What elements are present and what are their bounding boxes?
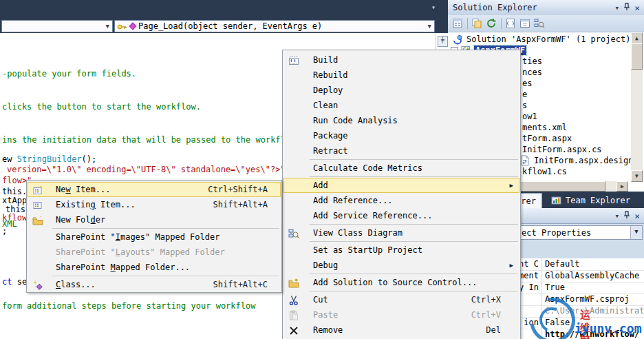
view-designer-icon[interactable] bbox=[518, 17, 532, 30]
editor-splitter-handle[interactable]: ╪ bbox=[438, 36, 448, 47]
tree-item[interactable]: e bbox=[521, 89, 528, 100]
add-submenu-item-sharepoint-images-mapped-folder[interactable]: SharePoint "Images" Mapped Folder bbox=[28, 229, 281, 245]
tree-item[interactable]: tForm.aspx bbox=[521, 133, 573, 144]
context-menu-item-add[interactable]: Add▶ bbox=[283, 178, 519, 193]
context-menu-item-rebuild[interactable]: Rebuild bbox=[283, 68, 519, 83]
tree-item[interactable]: InitForm.aspx.cs bbox=[521, 144, 603, 155]
context-menu-item-add-service-reference[interactable]: Add Service Reference... bbox=[283, 208, 519, 223]
view-code-icon[interactable] bbox=[504, 17, 517, 30]
property-value[interactable]: http://winworkflow/ bbox=[542, 329, 644, 339]
add-source-control-icon bbox=[288, 277, 299, 289]
key-icon bbox=[116, 21, 127, 32]
property-value[interactable]: Default bbox=[542, 258, 644, 270]
chevron-down-icon[interactable]: ▼ bbox=[103, 23, 112, 30]
refresh-icon[interactable] bbox=[484, 17, 498, 30]
tree-item[interactable]: kflow1.cs bbox=[521, 166, 568, 177]
tree-item[interactable]: ments.xml bbox=[521, 122, 568, 133]
visual-studio-window: ▾ ▼ Page_Load(object sender, EventArgs e… bbox=[0, 0, 644, 339]
context-menu-item-cut[interactable]: CutCtrl+X bbox=[283, 292, 519, 307]
tree-item[interactable]: es bbox=[521, 78, 533, 89]
context-menu-item-run-code-analysis[interactable]: Run Code Analysis bbox=[283, 113, 519, 128]
code-line: -populate your form fields. bbox=[2, 69, 136, 79]
paste-icon bbox=[288, 309, 299, 321]
context-menu-item-deploy[interactable]: Deploy bbox=[283, 83, 519, 98]
context-menu-item-retract[interactable]: Retract bbox=[283, 143, 519, 158]
toolbar-separator bbox=[467, 18, 468, 29]
team-explorer-icon bbox=[551, 195, 562, 206]
tree-item[interactable]: ow1 bbox=[521, 111, 539, 122]
code-segment: form additional steps before starting yo… bbox=[2, 301, 255, 311]
menu-item-label: Rebuild bbox=[313, 70, 348, 80]
menu-item-label: Calculate Code Metrics bbox=[313, 163, 422, 173]
pin-icon[interactable] bbox=[623, 3, 630, 12]
window-position-icon[interactable]: ▾ bbox=[615, 4, 620, 12]
chevron-down-icon[interactable]: ▼ bbox=[630, 226, 642, 239]
add-submenu-item-class[interactable]: Class...Shift+Alt+C bbox=[28, 277, 281, 292]
property-value[interactable]: False bbox=[542, 317, 644, 329]
menu-item-label: Paste bbox=[313, 310, 338, 320]
menu-separator bbox=[310, 241, 518, 242]
scrollbar-thumb[interactable] bbox=[631, 43, 643, 70]
context-menu-item-set-as-startup-project[interactable]: Set as StartUp Project bbox=[283, 243, 519, 258]
menu-item-label: View Class Diagram bbox=[313, 228, 402, 238]
window-position-icon[interactable]: ▾ bbox=[615, 212, 620, 220]
view-class-diagram-icon[interactable] bbox=[533, 17, 546, 30]
property-value[interactable]: GlobalAssemblyCache bbox=[542, 270, 644, 282]
menu-separator bbox=[310, 159, 518, 160]
solution-explorer-title-bar[interactable]: Solution Explorer ▾ × bbox=[448, 0, 644, 16]
menu-item-label: New Folder bbox=[56, 215, 105, 225]
tree-item-label: tForm.aspx bbox=[521, 134, 573, 143]
show-all-files-icon[interactable] bbox=[470, 17, 484, 30]
context-menu-item-package[interactable]: Package bbox=[283, 128, 519, 143]
code-segment: version=\"1.0\" encoding=\"UTF-8\" stand… bbox=[7, 165, 286, 174]
submenu-arrow-icon: ▶ bbox=[510, 182, 513, 189]
context-menu-item-add-solution-to-source-control[interactable]: Add Solution to Source Control... bbox=[283, 275, 519, 290]
menu-item-label: Set as StartUp Project bbox=[313, 245, 422, 255]
menu-item-label: SharePoint Mapped Folder... bbox=[56, 263, 190, 272]
property-value[interactable]: AspxFormWF.csproj bbox=[542, 294, 644, 305]
menu-item-shortcut: Shift+Alt+A bbox=[213, 200, 280, 209]
window-position-icon[interactable]: ▾ bbox=[431, 3, 436, 11]
context-menu-item-build[interactable]: Build bbox=[283, 52, 519, 68]
members-dropdown[interactable]: Page_Load(object sender, EventArgs e) ▼ bbox=[114, 20, 435, 32]
chevron-down-icon[interactable]: ▼ bbox=[425, 23, 434, 30]
tree-vertical-scrollbar[interactable]: ▲ ▼ bbox=[631, 32, 643, 181]
tree-item[interactable]: ties bbox=[521, 56, 544, 67]
tree-item[interactable]: nces bbox=[521, 67, 544, 78]
method-diamond-icon bbox=[127, 21, 138, 32]
scroll-down-icon[interactable]: ▼ bbox=[631, 170, 643, 182]
add-submenu-item-sharepoint-layouts-mapped-folder[interactable]: SharePoint "Layouts" Mapped Folder bbox=[28, 245, 281, 260]
types-dropdown[interactable]: ▼ bbox=[1, 20, 113, 32]
scroll-up-icon[interactable]: ▲ bbox=[631, 32, 643, 44]
tree-item[interactable]: s bbox=[521, 100, 528, 111]
add-submenu: New Item...Ctrl+Shift+AExisting Item...S… bbox=[26, 180, 282, 293]
add-submenu-item-new-folder[interactable]: New Folder bbox=[28, 212, 281, 227]
code-line: ; bbox=[2, 226, 7, 236]
tab-team-explorer[interactable]: Team Explorer bbox=[546, 193, 636, 208]
context-menu-item-view-class-diagram[interactable]: View Class Diagram bbox=[283, 225, 519, 240]
tree-item-label: ments.xml bbox=[521, 123, 568, 132]
context-menu-item-paste[interactable]: PasteCtrl+V bbox=[283, 307, 519, 322]
add-submenu-item-existing-item[interactable]: Existing Item...Shift+Alt+A bbox=[28, 197, 281, 212]
pin-icon[interactable] bbox=[623, 211, 630, 220]
cut-icon bbox=[288, 294, 299, 306]
menu-item-shortcut: Ctrl+Shift+A bbox=[208, 185, 280, 194]
scroll-right-icon[interactable]: ▶ bbox=[616, 181, 628, 192]
tree-item-label: kflow1.cs bbox=[521, 167, 568, 176]
add-submenu-item-sharepoint-mapped-folder[interactable]: SharePoint Mapped Folder... bbox=[28, 260, 281, 275]
title-bar: ▾ bbox=[0, 0, 448, 19]
close-icon[interactable]: × bbox=[634, 212, 640, 220]
property-value[interactable]: C:\Users\Administrator\ bbox=[542, 305, 644, 317]
close-icon[interactable]: × bbox=[634, 4, 640, 12]
context-menu-item-remove[interactable]: RemoveDel bbox=[283, 322, 519, 338]
code-segment: -populate your form fields. bbox=[2, 69, 136, 79]
add-submenu-item-new-item[interactable]: New Item...Ctrl+Shift+A bbox=[28, 182, 281, 197]
properties-window-icon[interactable] bbox=[451, 17, 464, 30]
tree-item[interactable]: InitForm.aspx.designer. bbox=[519, 155, 631, 166]
context-menu-item-clean[interactable]: Clean bbox=[283, 98, 519, 113]
property-value[interactable]: True bbox=[542, 282, 644, 294]
context-menu-item-debug[interactable]: Debug▶ bbox=[283, 258, 519, 273]
tree-item[interactable]: Solution 'AspxFormWF' (1 project) bbox=[452, 34, 631, 45]
context-menu-item-calculate-code-metrics[interactable]: Calculate Code Metrics bbox=[283, 161, 519, 176]
context-menu-item-add-reference[interactable]: Add Reference... bbox=[283, 193, 519, 208]
